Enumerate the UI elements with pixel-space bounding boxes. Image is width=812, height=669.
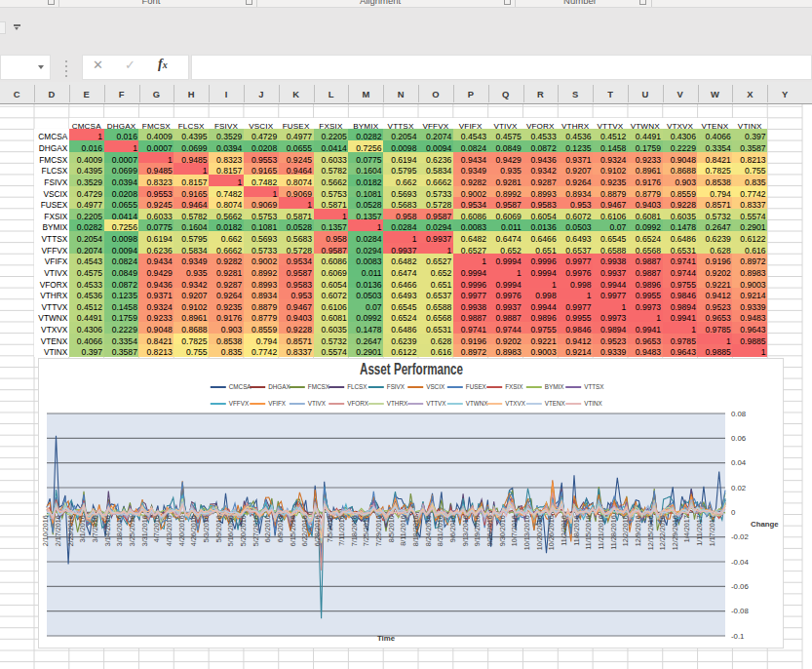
svg-text:11/21/2016: 11/21/2016 — [597, 515, 605, 549]
svg-text:10/7/2016: 10/7/2016 — [510, 515, 519, 546]
svg-text:1/11/2017: 1/11/2017 — [695, 515, 704, 545]
svg-text:2/23/2016: 2/23/2016 — [66, 515, 75, 546]
svg-text:VTWNX: VTWNX — [466, 400, 489, 407]
svg-text:9/26/2016: 9/26/2016 — [485, 515, 494, 546]
svg-text:12/2/2016: 12/2/2016 — [621, 515, 630, 546]
svg-text:11/8/2016: 11/8/2016 — [572, 515, 581, 545]
svg-text:11/2/2016: 11/2/2016 — [560, 515, 568, 545]
svg-text:11/15/2016: 11/15/2016 — [584, 515, 593, 549]
svg-text:9/13/2016: 9/13/2016 — [461, 515, 470, 546]
svg-text:10/20/2016: 10/20/2016 — [535, 515, 544, 550]
svg-text:7/29/2016: 7/29/2016 — [374, 515, 383, 546]
svg-text:VTHRX: VTHRX — [387, 400, 408, 407]
svg-text:-0.06: -0.06 — [731, 582, 749, 591]
svg-text:1/17/2017: 1/17/2017 — [708, 515, 716, 546]
svg-text:BYMIX: BYMIX — [545, 383, 564, 390]
svg-text:10/13/2016: 10/13/2016 — [522, 515, 531, 550]
svg-text:VTINX: VTINX — [584, 400, 602, 407]
svg-text:FLCSX: FLCSX — [347, 383, 367, 390]
svg-text:9/30/2016: 9/30/2016 — [498, 515, 507, 546]
svg-text:5/20/2016: 5/20/2016 — [239, 515, 248, 546]
svg-text:3/18/2016: 3/18/2016 — [115, 515, 124, 546]
svg-text:4/7/2016: 4/7/2016 — [152, 515, 161, 542]
svg-text:VTENX: VTENX — [545, 400, 566, 407]
svg-text:3/14/2016: 3/14/2016 — [103, 515, 112, 546]
svg-text:VSCIX: VSCIX — [426, 383, 445, 390]
svg-text:7/5/2016: 7/5/2016 — [326, 515, 334, 542]
svg-text:VTIVX: VTIVX — [308, 400, 327, 407]
svg-text:6/15/2016: 6/15/2016 — [289, 515, 297, 546]
svg-text:9/6/2016: 9/6/2016 — [448, 515, 457, 542]
svg-text:FUSEX: FUSEX — [466, 383, 487, 390]
svg-text:4/26/2016: 4/26/2016 — [189, 515, 198, 546]
svg-text:VTXVX: VTXVX — [505, 400, 525, 407]
svg-text:CMCSA: CMCSA — [229, 383, 252, 390]
svg-text:12/29/2016: 12/29/2016 — [671, 515, 679, 550]
svg-text:0.06: 0.06 — [731, 434, 746, 443]
svg-text:7/11/2016: 7/11/2016 — [337, 515, 346, 545]
svg-text:1/4/2017: 1/4/2017 — [683, 515, 692, 542]
svg-text:8/11/2016: 8/11/2016 — [400, 515, 408, 545]
svg-text:FXSIX: FXSIX — [505, 383, 523, 390]
svg-text:VFORX: VFORX — [347, 400, 368, 407]
svg-text:5/9/2016: 5/9/2016 — [214, 515, 223, 542]
svg-text:8/24/2016: 8/24/2016 — [424, 515, 433, 546]
svg-text:5/27/2016: 5/27/2016 — [251, 515, 260, 546]
svg-text:7/18/2016: 7/18/2016 — [350, 515, 359, 546]
svg-text:9/19/2016: 9/19/2016 — [473, 515, 482, 546]
svg-text:6/22/2016: 6/22/2016 — [300, 515, 309, 546]
svg-text:0.02: 0.02 — [731, 484, 746, 492]
svg-text:10/26/2016: 10/26/2016 — [547, 515, 556, 550]
svg-text:Change: Change — [751, 520, 779, 529]
svg-text:6/2/2016: 6/2/2016 — [263, 515, 272, 542]
svg-text:11/28/2016: 11/28/2016 — [609, 515, 618, 549]
svg-text:5/16/2016: 5/16/2016 — [226, 515, 235, 546]
svg-text:-0.02: -0.02 — [731, 532, 749, 541]
svg-text:8/31/2016: 8/31/2016 — [436, 515, 445, 546]
svg-text:3/1/2016: 3/1/2016 — [79, 515, 88, 542]
svg-text:6/9/2016: 6/9/2016 — [276, 515, 285, 542]
svg-text:0.08: 0.08 — [731, 410, 746, 418]
svg-text:8/5/2016: 8/5/2016 — [387, 515, 396, 542]
svg-text:0: 0 — [731, 508, 736, 517]
svg-text:12/9/2016: 12/9/2016 — [634, 515, 642, 546]
svg-text:5/3/2016: 5/3/2016 — [202, 515, 211, 542]
svg-text:3/31/2016: 3/31/2016 — [140, 515, 149, 546]
svg-text:12/22/2016: 12/22/2016 — [658, 515, 667, 550]
svg-text:0.04: 0.04 — [731, 458, 747, 467]
svg-text:VFIFX: VFIFX — [268, 400, 287, 407]
svg-text:DHGAX: DHGAX — [268, 383, 290, 390]
svg-text:VTTSX: VTTSX — [584, 383, 604, 390]
svg-text:2/17/2016: 2/17/2016 — [54, 515, 62, 546]
svg-text:VTTVX: VTTVX — [426, 400, 446, 407]
svg-text:-0.1: -0.1 — [731, 632, 744, 641]
svg-text:12/15/2016: 12/15/2016 — [646, 515, 655, 550]
svg-text:7/25/2016: 7/25/2016 — [363, 515, 371, 546]
svg-text:4/20/2016: 4/20/2016 — [177, 515, 186, 546]
svg-text:Time: Time — [377, 634, 396, 643]
svg-text:Asset Performance: Asset Performance — [360, 361, 463, 377]
svg-text:-0.08: -0.08 — [731, 607, 749, 615]
svg-text:4/13/2016: 4/13/2016 — [165, 515, 174, 546]
svg-text:3/25/2016: 3/25/2016 — [128, 515, 136, 546]
svg-text:3/7/2016: 3/7/2016 — [91, 515, 99, 542]
svg-text:VFFVX: VFFVX — [229, 400, 250, 407]
svg-text:-0.04: -0.04 — [731, 558, 749, 567]
svg-text:FSIVX: FSIVX — [387, 383, 406, 390]
svg-text:2/10/2016: 2/10/2016 — [42, 515, 51, 546]
svg-text:8/18/2016: 8/18/2016 — [411, 515, 420, 546]
svg-text:6/28/2016: 6/28/2016 — [313, 515, 322, 546]
svg-text:FMCSX: FMCSX — [308, 383, 330, 390]
